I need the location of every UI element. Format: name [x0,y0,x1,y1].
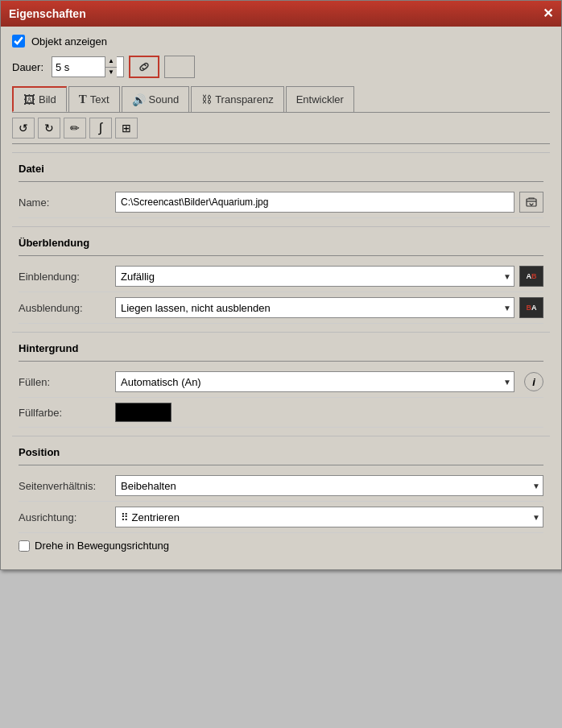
ausrichtung-row: Ausrichtung: ⠿ Zentrieren ▼ [19,502,543,533]
rotate-left-button[interactable]: ↺ [12,118,35,139]
ausrichtung-select-wrap: ⠿ Zentrieren ▼ [115,507,543,527]
seitenverhaeltnis-row: Seitenverhältnis: Beibehalten ▼ [19,470,543,502]
tab-sound[interactable]: 🔊 Sound [122,86,190,112]
seitenverhaeltnis-label: Seitenverhältnis: [19,480,115,492]
grid-button[interactable]: ⊞ [115,118,138,139]
toolbar: ↺ ↻ ✏ ∫ ⊞ [12,114,550,144]
ausblendung-select-row: Liegen lassen, nicht ausblenden ▼ B A [115,297,543,318]
einblendung-select-wrap: Zufällig ▼ [115,266,514,287]
seitenverhaeltnis-select-wrap: Beibehalten ▼ [115,475,543,496]
sound-icon: 🔊 [132,93,146,106]
show-object-row: Objekt anzeigen [12,35,550,48]
ueberblendung-section: Überblendung Einblendung: Zufällig ▼ A B [12,226,550,327]
link-button[interactable] [129,56,159,78]
ausblendung-select[interactable]: Liegen lassen, nicht ausblenden [115,297,514,318]
dauer-row: Dauer: ▲ ▼ [12,56,550,78]
curve-button[interactable]: ∫ [89,118,112,139]
position-section: Position Seitenverhältnis: Beibehalten ▼… [12,436,550,558]
title-bar: Eigenschaften ✕ [1,1,561,27]
transparency-icon: ⛓ [201,93,212,105]
ausrichtung-select[interactable]: ⠿ Zentrieren [115,507,543,527]
tab-entwickler[interactable]: Entwickler [286,86,354,112]
name-label: Name: [19,196,115,209]
hintergrund-title: Hintergrund [19,342,543,356]
ausrichtung-label: Ausrichtung: [19,511,115,523]
drehe-label: Drehe in Bewegungsrichtung [35,540,169,552]
tab-text-label: Text [90,93,110,105]
seitenverhaeltnis-select[interactable]: Beibehalten [115,475,543,496]
browse-icon [525,196,538,209]
dauer-up-button[interactable]: ▲ [105,56,117,68]
tab-transparenz[interactable]: ⛓ Transparenz [191,86,284,112]
name-input-row: C:\Screencast\Bilder\Aquarium.jpg [115,192,543,213]
fuellfarbe-row: Füllfarbe: [19,398,543,428]
ausblendung-ab-button[interactable]: B A [519,297,543,318]
fuellen-select-row: Automatisch (An) ▼ i [115,371,543,392]
ausblendung-row: Ausblendung: Liegen lassen, nicht ausble… [19,292,543,324]
tabs-bar: 🖼 Bild T Text 🔊 Sound ⛓ Transparenz Entw… [12,86,550,113]
position-title: Position [19,446,543,460]
dauer-label: Dauer: [12,61,43,73]
info-button[interactable]: i [524,372,543,391]
show-object-checkbox[interactable] [12,35,25,48]
name-value: C:\Screencast\Bilder\Aquarium.jpg [115,192,514,213]
einblendung-label: Einblendung: [19,271,115,283]
close-button[interactable]: ✕ [543,7,553,20]
tab-sound-label: Sound [149,93,180,105]
datei-section: Datei Name: C:\Screencast\Bilder\Aquariu… [12,152,550,221]
fuellen-select-wrap: Automatisch (An) ▼ [115,371,514,392]
fuellen-label: Füllen: [19,376,115,388]
fuellen-select[interactable]: Automatisch (An) [115,371,514,392]
fuellen-row: Füllen: Automatisch (An) ▼ i [19,366,543,398]
einblendung-select-row: Zufällig ▼ A B [115,266,543,287]
pen-button[interactable]: ✏ [64,118,86,139]
hintergrund-section: Hintergrund Füllen: Automatisch (An) ▼ i [12,332,550,431]
color-swatch[interactable] [115,403,171,422]
properties-window: Eigenschaften ✕ Objekt anzeigen Dauer: ▲… [0,0,562,570]
fuellfarbe-label: Füllfarbe: [19,407,115,419]
tab-transparenz-label: Transparenz [215,93,274,105]
tab-text[interactable]: T Text [68,86,120,112]
rotate-right-button[interactable]: ↻ [38,118,60,139]
einblendung-ab-button[interactable]: A B [519,266,543,287]
text-icon: T [79,93,87,106]
tab-entwickler-label: Entwickler [296,93,344,105]
einblendung-select[interactable]: Zufällig [115,266,514,287]
browse-button[interactable] [519,192,543,213]
tab-bild-label: Bild [39,93,56,105]
ueberblendung-title: Überblendung [19,237,543,250]
tab-bild[interactable]: 🖼 Bild [12,86,67,112]
drehe-checkbox[interactable] [19,540,30,552]
dauer-spinners: ▲ ▼ [105,56,117,77]
drehe-row: Drehe in Bewegungsrichtung [19,533,543,555]
show-object-label: Objekt anzeigen [31,35,107,48]
dauer-down-button[interactable]: ▼ [105,68,117,78]
color-row [115,403,176,422]
window-title: Eigenschaften [9,7,86,20]
dauer-input-wrap: ▲ ▼ [52,56,124,77]
ausblendung-select-wrap: Liegen lassen, nicht ausblenden ▼ [115,297,514,318]
name-row: Name: C:\Screencast\Bilder\Aquarium.jpg [19,187,543,218]
link-icon [137,60,151,74]
ausblendung-label: Ausblendung: [19,302,115,314]
einblendung-row: Einblendung: Zufällig ▼ A B [19,261,543,292]
gray-button[interactable] [164,56,195,78]
dauer-input[interactable] [52,60,105,75]
datei-title: Datei [19,163,543,176]
bild-icon: 🖼 [23,93,35,106]
